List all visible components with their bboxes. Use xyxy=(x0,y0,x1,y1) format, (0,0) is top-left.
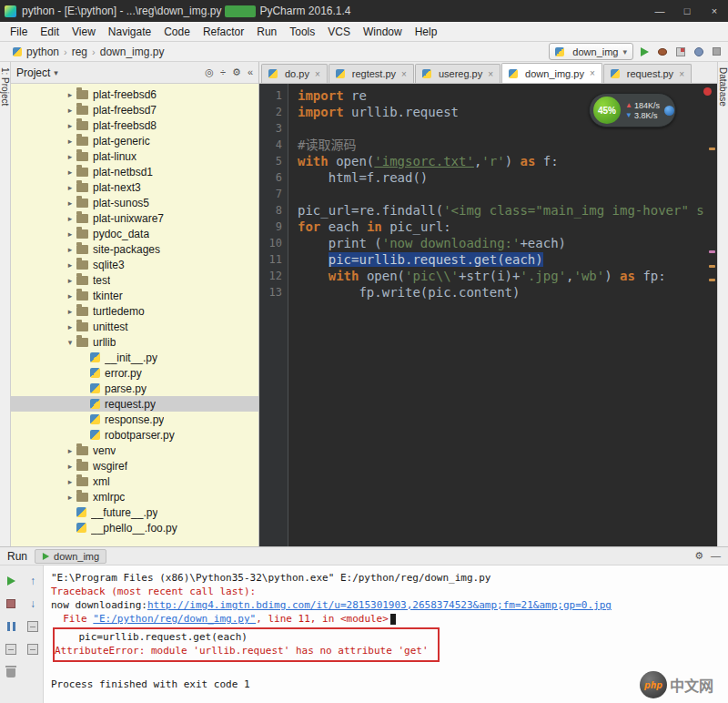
chevron-collapsed-icon[interactable]: ▸ xyxy=(64,199,76,208)
tree-item-plat-linux[interactable]: ▸plat-linux xyxy=(11,148,258,164)
breadcrumb-python[interactable]: python xyxy=(26,46,59,58)
chevron-collapsed-icon[interactable]: ▸ xyxy=(64,276,76,285)
down-stack-trace-button[interactable]: ↓ xyxy=(24,595,42,613)
chevron-collapsed-icon[interactable]: ▸ xyxy=(64,137,76,146)
tab-down-img-py[interactable]: down_img.py× xyxy=(501,63,602,83)
tree-item-init-py[interactable]: __init__.py xyxy=(11,350,258,365)
hide-run-panel-icon[interactable]: — xyxy=(711,550,721,562)
chevron-collapsed-icon[interactable]: ▸ xyxy=(64,152,76,161)
scope-selector-icon[interactable]: ◎ xyxy=(205,66,214,78)
editor-code[interactable]: import reimport urllib.request #读取源码with… xyxy=(288,84,717,546)
menu-vcs[interactable]: VCS xyxy=(321,24,357,40)
tree-item-venv[interactable]: ▸venv xyxy=(11,443,258,458)
chevron-collapsed-icon[interactable]: ▸ xyxy=(64,477,76,486)
breadcrumb-down-img-py[interactable]: down_img.py xyxy=(100,46,165,58)
error-stripe-mark[interactable] xyxy=(709,250,715,253)
tree-item-urllib[interactable]: ▾urllib xyxy=(11,334,258,350)
error-stripe-mark[interactable] xyxy=(709,265,715,268)
tree-item-test[interactable]: ▸test xyxy=(11,272,258,288)
chevron-collapsed-icon[interactable]: ▸ xyxy=(64,493,76,502)
error-stripe-mark[interactable] xyxy=(709,279,715,281)
error-stripe-indicator[interactable] xyxy=(703,87,712,96)
stop-button[interactable] xyxy=(2,595,20,613)
chevron-collapsed-icon[interactable]: ▸ xyxy=(64,183,76,192)
menu-file[interactable]: File xyxy=(4,24,34,40)
close-tab-icon[interactable]: × xyxy=(590,68,595,78)
menu-refactor[interactable]: Refactor xyxy=(197,24,250,40)
pause-output-button[interactable] xyxy=(2,617,20,636)
tree-item-plat-sunos5[interactable]: ▸plat-sunos5 xyxy=(11,195,258,210)
project-tool-button[interactable]: 1: Project xyxy=(0,62,11,546)
close-tab-icon[interactable]: × xyxy=(315,69,320,79)
tree-item-plat-freebsd8[interactable]: ▸plat-freebsd8 xyxy=(11,117,258,133)
tree-item-unittest[interactable]: ▸unittest xyxy=(11,319,258,334)
memory-indicator-widget[interactable]: 45% ▲ 184K/s ▼ 3.8K/s xyxy=(589,93,676,127)
database-tool-button[interactable]: Database xyxy=(717,62,728,546)
menu-window[interactable]: Window xyxy=(357,24,409,40)
console-settings-gear-icon[interactable]: ⚙ xyxy=(694,550,703,562)
soft-wrap-button[interactable] xyxy=(24,617,42,636)
tree-item-site-packages[interactable]: ▸site-packages xyxy=(11,241,258,257)
minimize-button[interactable]: — xyxy=(646,0,673,22)
run-tab-down-img[interactable]: down_img xyxy=(35,549,106,564)
print-console-button[interactable] xyxy=(24,640,42,658)
console-link[interactable]: http://img4.imgtn.bdimg.com/it/u=2815301… xyxy=(147,599,612,611)
tab-regtest-py[interactable]: regtest.py× xyxy=(329,64,414,83)
chevron-collapsed-icon[interactable]: ▸ xyxy=(64,168,76,177)
menu-edit[interactable]: Edit xyxy=(34,24,66,40)
tree-item-plat-generic[interactable]: ▸plat-generic xyxy=(11,133,258,148)
project-tree[interactable]: ▸plat-freebsd6▸plat-freebsd7▸plat-freebs… xyxy=(11,84,258,546)
tab-request-py[interactable]: request.py× xyxy=(603,64,692,83)
clear-console-button[interactable] xyxy=(2,663,20,681)
profiler-button[interactable] xyxy=(694,47,703,56)
tree-item-phello-foo-py[interactable]: __phello__.foo.py xyxy=(11,520,258,535)
maximize-button[interactable]: □ xyxy=(673,0,701,22)
chevron-collapsed-icon[interactable]: ▸ xyxy=(64,90,76,99)
tree-item-plat-freebsd7[interactable]: ▸plat-freebsd7 xyxy=(11,102,258,117)
run-config-selector[interactable]: down_img ▾ xyxy=(549,43,633,60)
tree-item-pydoc-data[interactable]: ▸pydoc_data xyxy=(11,226,258,241)
chevron-collapsed-icon[interactable]: ▸ xyxy=(64,307,76,316)
chevron-collapsed-icon[interactable]: ▸ xyxy=(64,245,76,254)
restore-layout-button[interactable] xyxy=(2,640,20,658)
chevron-expanded-icon[interactable]: ▾ xyxy=(64,338,76,347)
tree-item-robotparser-py[interactable]: robotparser.py xyxy=(11,427,258,443)
error-stripe-mark[interactable] xyxy=(709,148,715,150)
stop-button[interactable] xyxy=(713,47,721,56)
collapse-all-icon[interactable]: ÷ xyxy=(220,66,226,78)
chevron-collapsed-icon[interactable]: ▸ xyxy=(64,462,76,471)
chevron-collapsed-icon[interactable]: ▸ xyxy=(64,229,76,239)
menu-tools[interactable]: Tools xyxy=(283,24,321,40)
editor[interactable]: 12345678910111213 import reimport urllib… xyxy=(259,84,717,546)
close-tab-icon[interactable]: × xyxy=(488,69,493,79)
rerun-button[interactable] xyxy=(2,572,20,590)
up-stack-trace-button[interactable]: ↑ xyxy=(24,572,42,590)
tree-item-wsgiref[interactable]: ▸wsgiref xyxy=(11,458,258,474)
close-tab-icon[interactable]: × xyxy=(401,69,407,79)
hide-panel-icon[interactable]: « xyxy=(248,66,253,78)
tree-item-xmlrpc[interactable]: ▸xmlrpc xyxy=(11,489,258,504)
chevron-collapsed-icon[interactable]: ▸ xyxy=(64,106,76,115)
menu-code[interactable]: Code xyxy=(157,24,197,40)
tree-item-tkinter[interactable]: ▸tkinter xyxy=(11,288,258,303)
chevron-collapsed-icon[interactable]: ▸ xyxy=(64,260,76,270)
debug-button[interactable] xyxy=(658,48,667,56)
tree-item-plat-netbsd1[interactable]: ▸plat-netbsd1 xyxy=(11,164,258,179)
chevron-collapsed-icon[interactable]: ▸ xyxy=(64,322,76,331)
coverage-button[interactable] xyxy=(676,47,685,56)
tree-item-future-py[interactable]: __future__.py xyxy=(11,504,258,520)
tree-item-plat-unixware7[interactable]: ▸plat-unixware7 xyxy=(11,210,258,226)
tab-do-py[interactable]: do.py× xyxy=(261,64,328,83)
menu-view[interactable]: View xyxy=(66,24,102,40)
run-button[interactable] xyxy=(641,47,649,56)
tree-item-xml[interactable]: ▸xml xyxy=(11,474,258,489)
tree-item-turtledemo[interactable]: ▸turtledemo xyxy=(11,303,258,319)
chevron-collapsed-icon[interactable]: ▸ xyxy=(64,214,76,223)
console[interactable]: "E:\Program Files (x86)\Python35-32\pyth… xyxy=(44,565,728,703)
console-link[interactable]: "E:/python/reg/down_img.py" xyxy=(93,613,256,625)
chevron-collapsed-icon[interactable]: ▸ xyxy=(64,291,76,301)
menu-run[interactable]: Run xyxy=(250,24,283,40)
tree-item-plat-freebsd6[interactable]: ▸plat-freebsd6 xyxy=(11,87,258,102)
close-tab-icon[interactable]: × xyxy=(679,69,684,79)
tree-item-plat-next3[interactable]: ▸plat-next3 xyxy=(11,179,258,195)
